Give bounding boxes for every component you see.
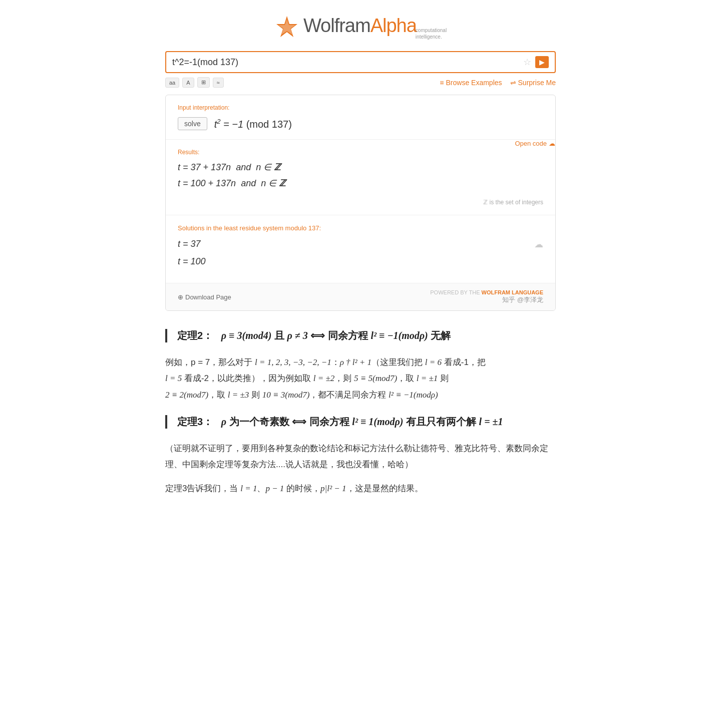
tool-btn-wave[interactable]: ≈ xyxy=(213,78,224,88)
logo-wolfram: WolframAlpha xyxy=(303,15,417,37)
solutions-section: Solutions in the least residue system mo… xyxy=(166,215,555,283)
open-code-button[interactable]: Open code ☁ xyxy=(515,140,555,147)
logo: WolframAlpha computational intelligence. xyxy=(274,15,447,40)
input-label: Input interpretation: xyxy=(178,104,543,111)
article-paragraph-2: （证明就不证明了，要用到各种复杂的数论结论和标记方法什么勒让德符号、雅克比符号、… xyxy=(165,441,556,473)
theorem-2-block: 定理2： ρ ≡ 3(mod4) 且 ρ ≠ 3 ⟺ 同余方程 l² ≡ −1(… xyxy=(165,329,556,342)
download-page-link[interactable]: ⊕ Download Page xyxy=(178,293,231,301)
search-input[interactable] xyxy=(172,57,523,68)
list-icon: ≡ xyxy=(440,79,444,87)
footer-right: POWERED BY THE WOLFRAM LANGUAGE 知乎 @李泽龙 xyxy=(430,289,543,304)
logo-wordmark: WolframAlpha computational intelligence. xyxy=(303,15,447,40)
search-container: ☆ ▶ xyxy=(135,51,586,73)
z-note: ℤ is the set of integers xyxy=(178,199,543,206)
solutions-label: Solutions in the least residue system mo… xyxy=(178,224,543,232)
toolbar-right: ≡ Browse Examples ⇌ Surprise Me xyxy=(440,79,556,87)
page-header: WolframAlpha computational intelligence. xyxy=(0,0,721,51)
article-paragraph-1: 例如，p = 7，那么对于 l = 1, 2, 3, −3, −2, −1：ρ … xyxy=(165,354,556,403)
logo-subtitle: computational intelligence. xyxy=(416,27,447,40)
solution-line-1: t = 37 xyxy=(178,239,543,249)
powered-by: POWERED BY THE WOLFRAM LANGUAGE xyxy=(430,289,543,295)
input-interpretation-section: Input interpretation: solve t2 = −1 (mod… xyxy=(166,95,555,140)
theorem-2-title: 定理2： ρ ≡ 3(mod4) 且 ρ ≠ 3 ⟺ 同余方程 l² ≡ −1(… xyxy=(177,329,556,342)
toolbar-left: aa A ⊞ ≈ xyxy=(165,77,224,88)
solve-badge: solve xyxy=(178,117,207,130)
results-section: Results: Open code ☁ t = 37 + 137n and n… xyxy=(166,140,555,215)
open-code-label: Open code xyxy=(515,140,547,147)
toolbar-row: aa A ⊞ ≈ ≡ Browse Examples ⇌ Surprise Me xyxy=(135,77,586,88)
shuffle-icon: ⇌ xyxy=(510,79,516,87)
tool-btn-A[interactable]: A xyxy=(182,78,194,88)
browse-examples-link[interactable]: ≡ Browse Examples xyxy=(440,79,502,87)
math-formula: t2 = −1 (mod 137) xyxy=(214,118,292,130)
search-icon-group: ☆ ▶ xyxy=(523,56,549,68)
surprise-me-link[interactable]: ⇌ Surprise Me xyxy=(510,79,556,87)
card: Input interpretation: solve t2 = −1 (mod… xyxy=(165,95,556,311)
article-paragraph-3: 定理3告诉我们，当 l = 1、p − 1 的时候，p|l² − 1，这是显然的… xyxy=(165,481,556,497)
cloud-upload-icon: ☁ xyxy=(549,140,555,147)
theorem-3-block: 定理3： ρ 为一个奇素数 ⟺ 同余方程 l² ≡ 1(modρ) 有且只有两个… xyxy=(165,415,556,429)
search-box: ☆ ▶ xyxy=(165,51,556,73)
watermark: 知乎 @李泽龙 xyxy=(430,295,543,304)
results-label: Results: xyxy=(178,149,543,156)
result-card: Input interpretation: solve t2 = −1 (mod… xyxy=(135,95,586,311)
theorem-3-title: 定理3： ρ 为一个奇素数 ⟺ 同余方程 l² ≡ 1(modρ) 有且只有两个… xyxy=(177,415,556,429)
download-icon: ⊕ xyxy=(178,293,183,301)
cloud-icon[interactable]: ☁ xyxy=(534,239,543,250)
svg-marker-1 xyxy=(278,19,295,35)
favorite-icon[interactable]: ☆ xyxy=(523,57,531,68)
result-line-1: t = 37 + 137n and n ∈ ℤ xyxy=(178,162,543,173)
wolfram-star-icon xyxy=(274,15,299,40)
solution-line-2: t = 100 xyxy=(178,256,543,267)
article-section: 定理2： ρ ≡ 3(mod4) 且 ρ ≠ 3 ⟺ 同余方程 l² ≡ −1(… xyxy=(135,329,586,497)
math-interpretation: solve t2 = −1 (mod 137) xyxy=(178,117,543,130)
search-button[interactable]: ▶ xyxy=(535,56,549,68)
card-footer: ⊕ Download Page POWERED BY THE WOLFRAM L… xyxy=(166,283,555,310)
tool-btn-HH[interactable]: ⊞ xyxy=(197,77,210,88)
result-line-2: t = 100 + 137n and n ∈ ℤ xyxy=(178,178,543,189)
tool-btn-aa[interactable]: aa xyxy=(165,78,179,88)
